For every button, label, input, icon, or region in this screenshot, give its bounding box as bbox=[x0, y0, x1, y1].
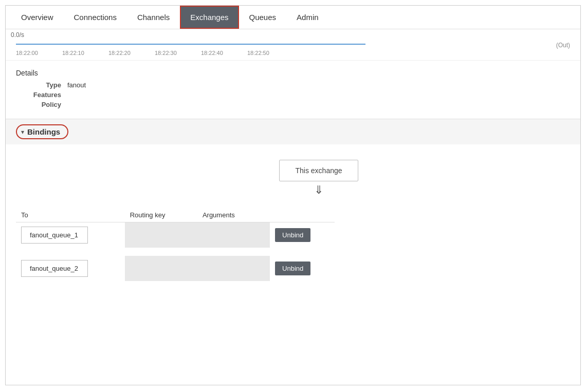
binding-row-1: fanout_queue_1 Unbind bbox=[16, 222, 335, 248]
queue-name-2: fanout_queue_2 bbox=[21, 260, 88, 277]
details-label-type: Type bbox=[21, 81, 67, 89]
chart-area: 0.0/s (Out) 18:22:00 18:22:10 18:22:20 1… bbox=[6, 29, 580, 61]
chart-label-0: 18:22:00 bbox=[16, 50, 62, 56]
chart-line bbox=[16, 40, 365, 49]
chart-rate: 0.0/s bbox=[11, 31, 575, 39]
details-table: Type fanout Features Policy bbox=[21, 81, 570, 108]
bindings-section-header: ▾ Bindings bbox=[6, 119, 580, 144]
details-title: Details bbox=[16, 69, 570, 77]
flow-arrow-icon: ⇓ bbox=[314, 184, 323, 196]
chart-label-5: 18:22:50 bbox=[247, 50, 294, 56]
row-separator-1 bbox=[16, 248, 335, 256]
bindings-title: Bindings bbox=[27, 127, 60, 136]
nav-item-connections[interactable]: Connections bbox=[64, 6, 127, 29]
nav-item-overview[interactable]: Overview bbox=[11, 6, 64, 29]
details-label-policy: Policy bbox=[21, 101, 67, 108]
exchange-flow: This exchange ⇓ bbox=[6, 150, 580, 204]
chart-label-4: 18:22:40 bbox=[201, 50, 247, 56]
exchange-flow-container: This exchange ⇓ To Routing key Arguments bbox=[6, 144, 580, 291]
details-section: Details Type fanout Features Policy bbox=[6, 61, 580, 119]
chart-out-label: (Out) bbox=[556, 42, 570, 49]
bindings-table: To Routing key Arguments fanout_queue_1 bbox=[16, 208, 335, 281]
bindings-header: ▾ Bindings bbox=[16, 124, 570, 139]
main-container: Overview Connections Channels Exchanges … bbox=[5, 5, 581, 385]
details-row-policy: Policy bbox=[21, 101, 570, 108]
chart-time-labels: 18:22:00 18:22:10 18:22:20 18:22:30 18:2… bbox=[16, 50, 575, 56]
details-row-features: Features bbox=[21, 91, 570, 99]
bindings-table-container: To Routing key Arguments fanout_queue_1 bbox=[6, 204, 580, 291]
details-label-features: Features bbox=[21, 91, 67, 99]
details-row-type: Type fanout bbox=[21, 81, 570, 89]
binding-arguments-1 bbox=[197, 222, 270, 248]
binding-row-2: fanout_queue_2 Unbind bbox=[16, 256, 335, 281]
nav-item-queues[interactable]: Queues bbox=[239, 6, 287, 29]
unbind-button-2[interactable]: Unbind bbox=[275, 262, 310, 275]
queue-name-1: fanout_queue_1 bbox=[21, 227, 88, 244]
binding-to-2: fanout_queue_2 bbox=[16, 256, 125, 281]
nav-item-exchanges[interactable]: Exchanges bbox=[180, 6, 239, 29]
binding-actions-2: Unbind bbox=[270, 256, 335, 281]
binding-actions-1: Unbind bbox=[270, 222, 335, 248]
bindings-toggle[interactable]: ▾ Bindings bbox=[16, 124, 68, 139]
details-value-type: fanout bbox=[67, 81, 86, 89]
col-header-to: To bbox=[16, 208, 125, 222]
binding-routing-key-2 bbox=[125, 256, 197, 281]
chart-label-1: 18:22:10 bbox=[62, 50, 108, 56]
binding-to-1: fanout_queue_1 bbox=[16, 222, 125, 248]
binding-routing-key-1 bbox=[125, 222, 197, 248]
nav-item-channels[interactable]: Channels bbox=[127, 6, 180, 29]
col-header-arguments: Arguments bbox=[197, 208, 270, 222]
chart-label-2: 18:22:20 bbox=[108, 50, 155, 56]
binding-arguments-2 bbox=[197, 256, 270, 281]
nav-item-admin[interactable]: Admin bbox=[286, 6, 329, 29]
chevron-down-icon: ▾ bbox=[21, 128, 24, 136]
exchange-box: This exchange bbox=[279, 160, 358, 181]
unbind-button-1[interactable]: Unbind bbox=[275, 228, 310, 242]
chart-label-3: 18:22:30 bbox=[155, 50, 201, 56]
col-header-actions bbox=[270, 208, 335, 222]
col-header-routing-key: Routing key bbox=[125, 208, 197, 222]
navigation-bar: Overview Connections Channels Exchanges … bbox=[6, 6, 580, 29]
